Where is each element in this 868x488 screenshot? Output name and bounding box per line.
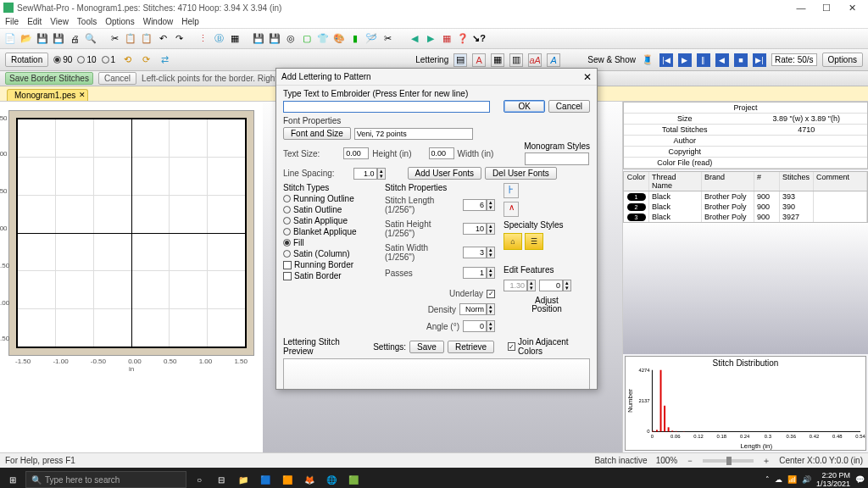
explorer-icon[interactable]: 📁 <box>234 471 253 488</box>
minimize-button[interactable]: — <box>788 3 814 13</box>
cut-icon[interactable]: ✂ <box>108 32 121 46</box>
player-stop[interactable]: ■ <box>734 53 748 67</box>
save-border-button[interactable]: Save Border Stitches <box>5 72 93 85</box>
player-last[interactable]: ▶| <box>753 53 766 67</box>
cancel-button[interactable]: Cancel <box>548 100 590 113</box>
preview-icon[interactable]: 🔍 <box>84 32 97 46</box>
add-user-fonts-button[interactable]: Add User Fonts <box>408 167 481 180</box>
app3-icon[interactable]: 🟩 <box>344 471 363 488</box>
options-button[interactable]: Options <box>822 53 863 67</box>
rot-10[interactable]: 10 <box>77 55 96 64</box>
save-icon[interactable]: 💾 <box>36 32 49 46</box>
menu-file[interactable]: File <box>5 17 19 26</box>
shirt-icon[interactable]: 👕 <box>316 32 330 46</box>
copy-icon[interactable]: 📋 <box>124 32 137 46</box>
settings-retrieve-button[interactable]: Retrieve <box>448 341 494 353</box>
tray-wifi-icon[interactable]: 📶 <box>787 475 797 484</box>
help-icon[interactable]: ❓ <box>456 32 470 46</box>
disk2-icon[interactable]: 💾 <box>268 32 281 46</box>
line-spacing-stepper[interactable]: ▴▾ <box>353 168 386 180</box>
monogram-styles-select[interactable] <box>525 152 589 165</box>
editfeat-1-stepper[interactable]: ▴▾ <box>504 280 536 291</box>
table-row[interactable]: 3 BlackBrother Poly 9003927 <box>624 212 867 222</box>
lettering-icon2[interactable]: A <box>472 53 486 67</box>
tray-cloud-icon[interactable]: ☁ <box>775 475 782 484</box>
join-adjacent-checkbox[interactable]: ✓Join Adjacent Colors <box>508 337 590 356</box>
close-button[interactable]: ✕ <box>839 3 865 14</box>
stype-fill[interactable]: Fill <box>283 238 376 247</box>
print-icon[interactable]: 🖨 <box>68 32 81 46</box>
mono-style-icon2[interactable]: ∧ <box>504 202 519 217</box>
nav-right-icon[interactable]: ▶ <box>424 32 437 46</box>
lettering-icon3[interactable]: ▦ <box>491 53 504 67</box>
cortana-icon[interactable]: ○ <box>190 471 209 488</box>
zoom-in-icon[interactable]: ＋ <box>762 455 771 467</box>
lettering-icon1[interactable]: ▤ <box>453 53 467 67</box>
rate-box[interactable]: Rate: 50/s <box>771 53 817 66</box>
machine-icon[interactable]: 🧵 <box>641 53 654 67</box>
text-width-input[interactable] <box>429 147 454 159</box>
text-height-input[interactable] <box>343 147 369 159</box>
stitch-length-stepper[interactable]: ▴▾ <box>463 199 495 211</box>
paste-icon[interactable]: 📋 <box>140 32 153 46</box>
stype-satin-applique[interactable]: Satin Applique <box>283 216 376 225</box>
player-prev[interactable]: ◀ <box>715 53 729 67</box>
tray-date[interactable]: 1/13/2021 <box>816 480 850 488</box>
player-play[interactable]: ▶ <box>678 53 692 67</box>
grid-icon[interactable]: ▦ <box>228 32 242 46</box>
menu-options[interactable]: Options <box>105 17 134 26</box>
zoom-out-icon[interactable]: － <box>686 455 694 467</box>
menu-view[interactable]: View <box>50 17 69 26</box>
menu-tools[interactable]: Tools <box>77 17 97 26</box>
player-first[interactable]: |◀ <box>659 53 673 67</box>
table-row[interactable]: 2 BlackBrother Poly 900390 <box>624 202 867 212</box>
font-and-size-button[interactable]: Font and Size <box>283 127 351 140</box>
b-icon[interactable]: Ⓑ <box>212 32 225 46</box>
rotate-cw-icon[interactable]: ⟳ <box>139 53 153 67</box>
editfeat-2-stepper[interactable]: ▴▾ <box>539 280 571 291</box>
lettering-icon6[interactable]: A <box>547 53 560 67</box>
start-icon[interactable]: ⊞ <box>3 471 22 488</box>
angle-stepper[interactable]: ▴▾ <box>463 320 495 332</box>
taskview-icon[interactable]: ⊟ <box>212 471 231 488</box>
stype-satin-outline[interactable]: Satin Outline <box>283 205 376 214</box>
tab-close-icon[interactable]: ✕ <box>79 91 86 99</box>
table-row[interactable]: 1 BlackBrother Poly 900393 <box>624 191 867 202</box>
open-icon[interactable]: 📂 <box>19 32 33 46</box>
grid4-icon[interactable]: ▦ <box>440 32 453 46</box>
border-cancel-button[interactable]: Cancel <box>98 72 136 85</box>
maximize-button[interactable]: ☐ <box>814 3 839 14</box>
lettering-icon5[interactable]: aA <box>528 53 542 67</box>
chrome-icon[interactable]: 🌐 <box>322 471 341 488</box>
menu-window[interactable]: Window <box>143 17 174 26</box>
passes-stepper[interactable]: ▴▾ <box>463 267 495 279</box>
design-canvas[interactable] <box>16 118 247 348</box>
redo-icon[interactable]: ↷ <box>172 32 186 46</box>
undo-icon[interactable]: ↶ <box>156 32 170 46</box>
stype-running[interactable]: Running Outline <box>283 194 376 203</box>
satin-width-stepper[interactable]: ▴▾ <box>463 247 495 258</box>
tab-monogram1[interactable]: Monogram1.pes ✕ <box>7 89 88 101</box>
zoom-slider[interactable] <box>703 459 754 463</box>
tray-up-icon[interactable]: ˄ <box>765 475 770 484</box>
rotation-button[interactable]: Rotation <box>5 53 48 67</box>
notifications-icon[interactable]: 💬 <box>855 475 865 484</box>
app2-icon[interactable]: 🟧 <box>278 471 297 488</box>
rotate-ccw-icon[interactable]: ⟲ <box>120 53 134 67</box>
app1-icon[interactable]: 🟦 <box>256 471 275 488</box>
color-icon[interactable]: 🎨 <box>332 32 346 46</box>
rect-icon[interactable]: ▢ <box>300 32 314 46</box>
stype-blanket-applique[interactable]: Blanket Applique <box>283 227 376 236</box>
rot-90[interactable]: 90 <box>53 55 72 64</box>
needle-icon[interactable]: 🪡 <box>364 32 378 46</box>
whatsthis-icon[interactable]: ↘? <box>472 32 486 46</box>
nav-left-icon[interactable]: ◀ <box>408 32 421 46</box>
stype-satin-column[interactable]: Satin (Column) <box>283 249 376 258</box>
embroider-text-input[interactable] <box>283 101 490 113</box>
disk1-icon[interactable]: 💾 <box>252 32 265 46</box>
underlay-checkbox[interactable]: ✓ <box>487 290 495 298</box>
ok-button[interactable]: OK <box>504 100 544 113</box>
specialty-icon2[interactable]: ☰ <box>525 233 543 250</box>
taskbar-search[interactable]: 🔍 Type here to search <box>25 471 186 488</box>
specialty-icon1[interactable]: ⌂ <box>504 233 522 250</box>
